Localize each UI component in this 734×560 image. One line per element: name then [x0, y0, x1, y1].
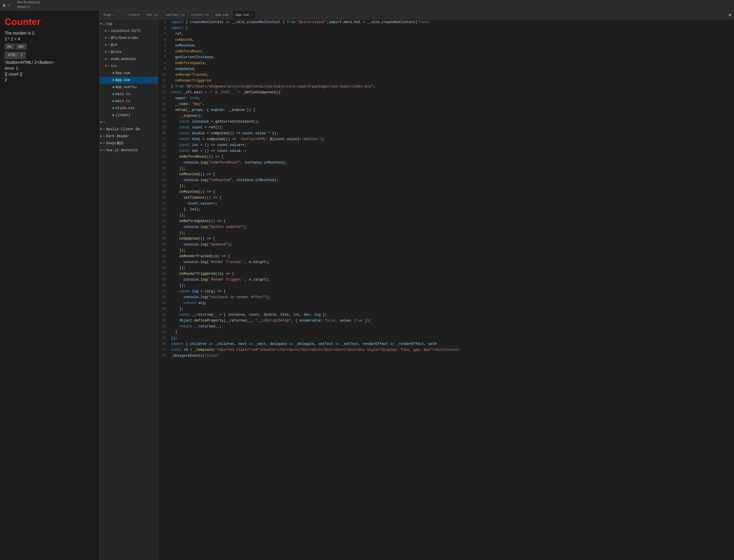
line-content: _delegateEvents("click" — [169, 353, 734, 359]
code-line: 1import { createHotContext as __vite_cre… — [158, 19, 734, 25]
line-content: getCurrentInstance, — [169, 54, 734, 60]
tree-item-vite[interactable]: ▶ ☀ @vite — [100, 49, 158, 56]
page-tab[interactable]: Page » — [101, 11, 118, 19]
line-number: 10 — [158, 72, 169, 78]
tree-item-apollo[interactable]: ▶ ☀ Apollo Client De — [100, 126, 158, 133]
tree-item-id[interactable]: ▶ ☀ @id — [100, 42, 158, 49]
dec-button[interactable]: dec — [16, 44, 26, 49]
overlay-tab[interactable]: overlay.ts — [162, 11, 188, 19]
tree-item-app-vue-1[interactable]: ■ App.vue — [100, 70, 158, 77]
tree-item-fs[interactable]: ▶ ☀ @fs/Users/ubu — [100, 35, 158, 42]
cloud-icon: ☀ — [103, 119, 105, 125]
tree-item-main-ts-1[interactable]: ■ main.ts — [100, 91, 158, 98]
line-content: onRenderTriggered — [169, 78, 734, 84]
inspect-icon[interactable]: ▦ — [2, 2, 6, 8]
tree-item-main-ts-2[interactable]: ■ main.ts — [100, 98, 158, 105]
line-number: 24 — [158, 154, 169, 160]
hmr-label: hmr.ts — [147, 13, 159, 17]
folder-icon: ▢ — [103, 21, 105, 27]
line-content: __expose(); — [169, 113, 734, 119]
code-line: 43 }); — [158, 265, 734, 271]
code-line: 57const t0 = _template('<div><h1 class="… — [158, 347, 734, 353]
tree-label: style.css — [116, 105, 135, 111]
tree-item-style-css[interactable]: ■ style.css — [100, 105, 158, 112]
line-content: onMounted(() => { — [169, 189, 734, 195]
hmr-tab[interactable]: hmr.ts — [144, 11, 162, 19]
html-btn[interactable]: HTML! 2 — [5, 52, 26, 59]
line-content: import { createHotContext as __vite_crea… — [169, 19, 734, 25]
split-editor-icon[interactable]: ▦ — [727, 13, 733, 17]
tree-item-src[interactable]: ▼ ▫ src — [100, 63, 158, 70]
tree-item-node-modules[interactable]: ▶ ▫ node_modules — [100, 56, 158, 63]
arrow-icon: ▶ — [104, 28, 108, 34]
line-number: 46 — [158, 283, 169, 288]
tree-item-app-vue-2[interactable]: ■ App.vue — [100, 77, 158, 84]
line-content: }); — [169, 166, 734, 171]
device-icon[interactable]: ▭ — [7, 2, 11, 8]
tree-label: App.vue — [116, 70, 130, 76]
line-number: 58 — [158, 353, 169, 359]
code-line: 33 }, 1e3); — [158, 207, 734, 212]
main-layout: Counter The number is 2. 2 * 2 = 4 inc d… — [0, 11, 734, 560]
tree-item-app-vue-vu[interactable]: ■ App.vue?vu — [100, 84, 158, 91]
code-line: 45 console.log(`Render trigger:`, e.targ… — [158, 277, 734, 283]
line-content: const inc = () => count.value++; — [169, 142, 734, 148]
inc-button[interactable]: inc — [5, 44, 14, 49]
client-tab[interactable]: client — [126, 11, 143, 19]
cloud-icon: ☀ — [103, 140, 105, 146]
line-content: Object.defineProperty(__returned__, "__i… — [169, 318, 734, 324]
line-number: 26 — [158, 166, 169, 171]
line-number: 17 — [158, 113, 169, 119]
code-line: 13const _sfc_main = /* @__PURE__ */ _def… — [158, 90, 734, 95]
close-tab-icon[interactable]: ✕ — [251, 13, 253, 17]
line-content: const t0 = _template('<div><h1 class="re… — [169, 347, 734, 353]
tree-label: Vue.js devtools — [106, 147, 138, 153]
code-line: 38 onUpdated(() => { — [158, 236, 734, 242]
code-line: 24 onBeforeMount(() => { — [158, 154, 734, 160]
tree-item-index[interactable]: ■ (index) — [100, 112, 158, 119]
line-number: 12 — [158, 84, 169, 90]
line-content: setTimeout(() => { — [169, 195, 734, 201]
line-content: onBeforeMount(() => { — [169, 154, 734, 160]
line-number: 8 — [158, 60, 169, 66]
line-number: 19 — [158, 125, 169, 130]
tree-item-vuejs-devtools[interactable]: ▶ ☀ Vue.js devtools — [100, 147, 158, 154]
code-line: 3 ref, — [158, 31, 734, 37]
line-content: }); — [169, 248, 734, 253]
line-content: }); — [169, 283, 734, 288]
code-line: 52 Object.defineProperty(__returned__, "… — [158, 318, 734, 324]
nav-tab-performance[interactable]: Performance — [13, 1, 44, 5]
app-vue-1-tab[interactable]: App.vue — [212, 11, 232, 19]
line-content: }; — [169, 306, 734, 312]
app-vue-2-tab[interactable]: App.vue ✕ — [233, 11, 256, 19]
code-line: 25 console.log("onBeforeMount", instance… — [158, 160, 734, 166]
tree-item-localhost[interactable]: ▶ ☀ localhost:5173 — [100, 28, 158, 35]
tree-item-top[interactable]: ▶ ▢ top — [100, 20, 158, 28]
line-content: }, 1e3); — [169, 207, 734, 212]
line-content: const html = computed(() => `<button>HTM… — [169, 136, 734, 142]
line-content: }); — [169, 335, 734, 341]
line-content: }); — [169, 230, 734, 236]
code-line: 14 vapor: true, — [158, 95, 734, 101]
line-content: __name: "App", — [169, 101, 734, 107]
count-template: {{ count }} — [5, 72, 95, 76]
tree-label: @id — [111, 42, 117, 48]
tree-label: App.vue — [116, 77, 130, 83]
tree-item-dark-reader[interactable]: ▶ ☀ Dark Reader — [100, 133, 158, 140]
code-editor[interactable]: 1import { createHotContext as __vite_cre… — [158, 19, 734, 560]
arrow-icon: ▶ — [104, 56, 108, 62]
sources-content: ▶ ▢ top ▶ ☀ localhost:5173 ▶ ☀ @fs/Users… — [100, 19, 734, 560]
line-number: 27 — [158, 171, 169, 177]
line-number: 23 — [158, 148, 169, 154]
line-content: onBeforeUpdate(() => { — [169, 218, 734, 224]
line-number: 16 — [158, 107, 169, 113]
code-line: 37 }); — [158, 230, 734, 236]
ts-icon: ■ — [112, 98, 114, 104]
nav-tab-memory[interactable]: Memory — [13, 5, 44, 10]
more-button[interactable]: ⋮ — [118, 13, 125, 17]
line-content: import { children as _children, next as … — [169, 341, 734, 347]
tree-item-deepl[interactable]: ▶ ☀ DeepL翻訳 — [100, 140, 158, 147]
client-ts-tab[interactable]: client.ts — [188, 11, 212, 19]
line-number: 6 — [158, 49, 169, 54]
tree-item-dot[interactable]: ▶ ☀ . — [100, 119, 158, 126]
